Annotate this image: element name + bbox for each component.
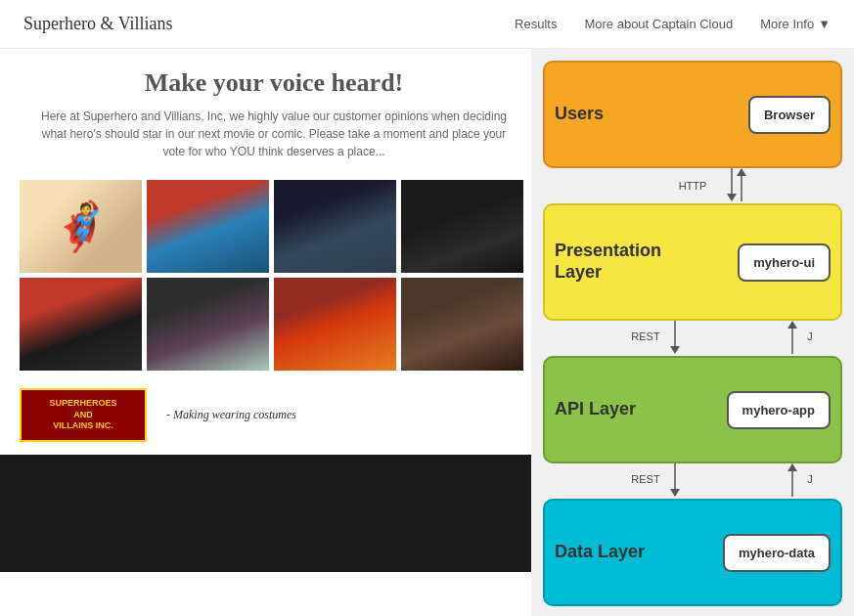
svg-marker-12 — [670, 489, 680, 497]
svg-text:REST: REST — [631, 330, 660, 342]
layer-api-box: myhero-app — [727, 391, 831, 429]
hero-image-spiderman[interactable] — [147, 180, 269, 273]
http-connector: HTTP — [543, 168, 842, 203]
layer-presentation: PresentationLayer myhero-ui — [543, 203, 842, 321]
layer-data-box: myhero-data — [723, 534, 831, 572]
rest-json-arrow-svg-2: REST JSON — [597, 463, 813, 499]
layer-api-title: API Layer — [555, 399, 636, 420]
hero-image-deadpool[interactable] — [20, 278, 142, 371]
rest-json-connector-1: REST JSON — [543, 321, 842, 356]
svg-marker-9 — [787, 321, 797, 329]
layer-users-box: Browser — [748, 96, 831, 134]
dark-footer-bar — [0, 455, 548, 572]
hero-image-iron-man[interactable] — [274, 278, 396, 371]
svg-marker-1 — [727, 194, 737, 201]
layer-users-title: Users — [555, 104, 604, 125]
hero-image-captain-america[interactable] — [274, 180, 396, 273]
svg-text:JSON: JSON — [807, 473, 813, 485]
svg-marker-3 — [737, 168, 746, 176]
layer-data: Data Layer myhero-data — [543, 499, 842, 606]
nav-results[interactable]: Results — [515, 17, 557, 31]
nav-links: Results More about Captain Cloud More In… — [515, 17, 831, 31]
architecture-diagram: Users Browser HTTP PresentationLayer myh… — [531, 49, 854, 616]
http-arrow-svg: HTTP — [546, 168, 839, 203]
hero-section: Make your voice heard! Here at Superhero… — [0, 49, 548, 170]
main-content: Make your voice heard! Here at Superhero… — [0, 49, 854, 616]
hero-image-black-widow[interactable] — [147, 278, 269, 371]
rest-json-connector-2: REST JSON — [543, 463, 842, 499]
hero-image-fat-hero[interactable]: 🦸 — [20, 180, 142, 273]
svg-text:JSON: JSON — [807, 330, 813, 342]
hero-image-grid: 🦸 — [0, 170, 548, 380]
svg-marker-15 — [787, 463, 797, 471]
brand-title: Superhero & Villians — [23, 14, 173, 34]
hero-subtitle: Here at Superhero and Villians, Inc, we … — [39, 108, 509, 160]
nav-more-info[interactable]: More Info ▼ — [760, 17, 831, 31]
svg-text:HTTP: HTTP — [679, 180, 707, 192]
layer-presentation-title: PresentationLayer — [555, 241, 661, 283]
rest-json-arrow-svg-1: REST JSON — [597, 321, 813, 356]
website-panel: Make your voice heard! Here at Superhero… — [0, 49, 548, 616]
svg-text:REST: REST — [631, 473, 660, 485]
hero-image-starlord[interactable] — [401, 278, 523, 371]
layer-api: API Layer myhero-app — [543, 356, 842, 463]
layer-presentation-box: myhero-ui — [738, 243, 831, 282]
footer-section: SUPERHEROES AND VILLAINS INC. - Making w… — [0, 380, 548, 450]
layer-users: Users Browser — [543, 61, 842, 168]
footer-logo: SUPERHEROES AND VILLAINS INC. — [20, 388, 147, 442]
layer-data-title: Data Layer — [555, 542, 645, 563]
hero-image-batman[interactable] — [401, 180, 523, 273]
hero-title: Make your voice heard! — [39, 68, 509, 98]
svg-marker-6 — [670, 346, 680, 354]
dropdown-arrow-icon: ▼ — [818, 17, 831, 31]
navigation: Superhero & Villians Results More about … — [0, 0, 854, 49]
nav-captain-cloud[interactable]: More about Captain Cloud — [584, 17, 733, 31]
footer-tagline: - Making wearing costumes — [166, 408, 296, 422]
